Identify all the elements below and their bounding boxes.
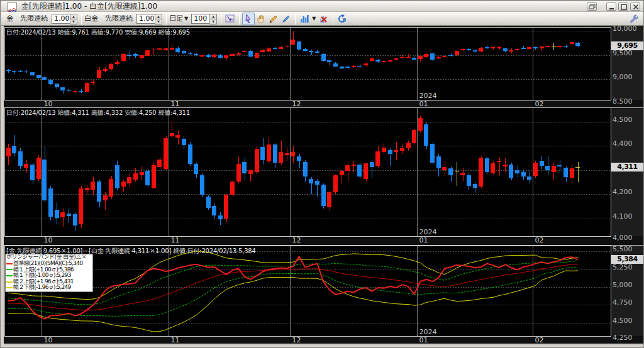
candle-body xyxy=(370,58,374,61)
platinum-last-price-label: 4,311 xyxy=(611,163,643,171)
year-label: 2024 xyxy=(419,327,436,337)
close-button[interactable] xyxy=(630,3,640,11)
candle-body xyxy=(448,168,453,175)
candle-body xyxy=(236,53,241,55)
candle-body xyxy=(382,148,386,153)
chart-cursor-settings-button[interactable] xyxy=(224,13,236,25)
wrench-settings-button[interactable] xyxy=(627,13,640,25)
gold-panel-header: 日付:2024/02/13 始値:9,761 高値:9,770 安値:9,669… xyxy=(6,28,190,37)
candle-body xyxy=(115,62,119,64)
candle-body xyxy=(103,195,108,201)
line-chart-icon xyxy=(7,3,17,11)
minimize-button[interactable] xyxy=(606,3,616,11)
bar-count-spinner[interactable]: ▲▼ xyxy=(209,14,217,24)
candle-body xyxy=(491,47,495,48)
candle-body xyxy=(18,151,23,166)
candle-body xyxy=(333,63,338,67)
candle-body xyxy=(255,53,259,58)
candle-body xyxy=(79,188,83,224)
candle-body xyxy=(418,56,423,59)
candle-body xyxy=(97,182,101,201)
float-window-button[interactable] xyxy=(587,3,597,11)
candle-body xyxy=(557,46,562,47)
platinum-multiplier-input[interactable] xyxy=(136,14,155,24)
candle-body xyxy=(473,184,477,188)
bar-count-input[interactable] xyxy=(191,14,209,24)
timeframe-dropdown-arrow[interactable]: ▼ xyxy=(184,15,188,23)
candle-body xyxy=(364,163,368,179)
candle-body xyxy=(564,46,568,47)
gold-multiplier-input[interactable] xyxy=(52,14,70,24)
platinum-daily-plot-area[interactable] xyxy=(5,107,611,236)
candle-body xyxy=(575,167,580,168)
candle-body xyxy=(479,158,483,186)
title-bar[interactable]: 金[先限連続]1.00 - 白金[先限連続]1.00 xyxy=(1,1,643,12)
marker-draw-button[interactable] xyxy=(280,13,292,25)
select-arrow-button[interactable] xyxy=(242,13,255,25)
candle-body xyxy=(460,173,465,175)
chart-type-delete-button[interactable] xyxy=(318,13,330,25)
candle-body xyxy=(315,181,319,185)
candle-body xyxy=(375,151,380,166)
candle-body xyxy=(79,91,83,92)
candle-body xyxy=(309,51,313,52)
candle-body xyxy=(133,173,138,179)
timeframe-label[interactable]: 日足 xyxy=(169,13,183,24)
candle-body xyxy=(509,165,513,178)
x-axis-strip xyxy=(4,236,643,245)
candle-body xyxy=(255,149,259,173)
x-axis-strip xyxy=(4,336,643,344)
year-label: 2024 xyxy=(419,227,436,237)
candle-body xyxy=(412,130,416,143)
candle-body xyxy=(157,160,162,167)
candle-body xyxy=(321,185,326,206)
pan-hand-button[interactable] xyxy=(255,13,267,25)
platinum-multiplier-spinner[interactable]: ▲▼ xyxy=(155,14,162,24)
candle-body xyxy=(497,161,501,162)
candle-body xyxy=(224,55,228,58)
candle-body xyxy=(340,67,344,68)
candle-body xyxy=(285,46,289,47)
candle-body xyxy=(73,91,77,92)
chart-type-button[interactable] xyxy=(298,13,311,25)
candle-body xyxy=(273,144,277,163)
candle-body xyxy=(479,48,483,52)
candle-body xyxy=(133,54,138,56)
candle-body xyxy=(352,165,356,166)
candle-body xyxy=(12,146,16,153)
candle-body xyxy=(42,77,47,80)
y-axis-tick-label: 4,400 xyxy=(613,138,633,149)
pencil-draw-button[interactable] xyxy=(267,13,280,25)
candle-body xyxy=(424,54,428,57)
gold-daily-plot-area[interactable] xyxy=(5,27,611,100)
candle-body xyxy=(164,138,168,169)
candle-body xyxy=(315,52,319,53)
gold-multiplier-spinner[interactable]: ▲▼ xyxy=(70,14,77,24)
chart-canvas[interactable]: 10,0009,5009,0008,500101112010220244,500… xyxy=(4,26,643,345)
y-axis-tick-label: 5,500 xyxy=(613,244,633,254)
candle-body xyxy=(200,55,204,57)
candle-body xyxy=(121,182,126,187)
toolbar-separator xyxy=(239,13,240,24)
candle-body xyxy=(18,71,23,72)
candle-body xyxy=(85,83,89,92)
maximize-button[interactable] xyxy=(618,3,628,11)
platinum-panel-header: 日付:2024/02/13 始値:4,311 高値:4,332 安値:4,250… xyxy=(6,108,190,117)
candle-body xyxy=(206,55,211,57)
candle-body xyxy=(85,188,89,190)
candle-body xyxy=(503,165,508,166)
candle-body xyxy=(127,177,131,183)
candle-body xyxy=(218,55,223,58)
candle-body xyxy=(157,48,162,50)
chart-type-dropdown-arrow[interactable]: ▼ xyxy=(312,15,316,23)
toolbar-separator xyxy=(221,13,221,24)
candle-body xyxy=(224,195,228,218)
y-axis-tick-label: 4,250 xyxy=(613,332,633,343)
candle-body xyxy=(455,171,459,171)
candle-body xyxy=(67,90,71,92)
refresh-button[interactable]: R xyxy=(336,13,348,25)
candle-body xyxy=(260,147,265,160)
legend-row: 幅２下限(-1.96σ):5,249 xyxy=(6,285,92,291)
candle-body xyxy=(91,182,95,190)
candle-body xyxy=(394,58,398,60)
